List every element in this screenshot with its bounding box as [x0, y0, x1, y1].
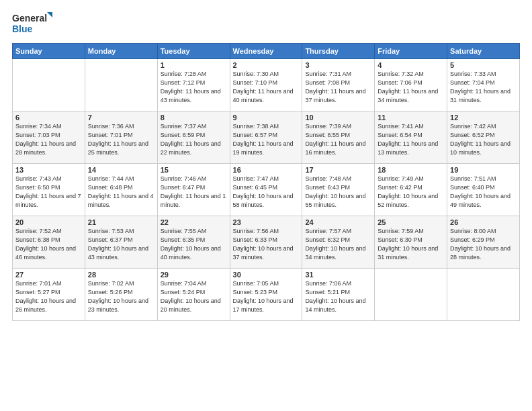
week-row-2: 6Sunrise: 7:34 AM Sunset: 7:03 PM Daylig…: [13, 111, 520, 164]
header-cell-tuesday: Tuesday: [157, 44, 230, 59]
svg-marker-2: [47, 12, 52, 19]
calendar-cell: 23Sunrise: 7:56 AM Sunset: 6:33 PM Dayli…: [230, 216, 302, 269]
calendar-cell: 16Sunrise: 7:47 AM Sunset: 6:45 PM Dayli…: [230, 164, 302, 216]
calendar-cell: 15Sunrise: 7:46 AM Sunset: 6:47 PM Dayli…: [157, 164, 230, 216]
day-number: 27: [15, 271, 82, 279]
day-number: 2: [233, 61, 300, 69]
svg-text:General: General: [12, 13, 47, 24]
calendar-cell: 18Sunrise: 7:49 AM Sunset: 6:42 PM Dayli…: [375, 164, 447, 216]
week-row-1: 1Sunrise: 7:28 AM Sunset: 7:12 PM Daylig…: [13, 59, 520, 111]
day-info: Sunrise: 7:43 AM Sunset: 6:50 PM Dayligh…: [15, 175, 82, 210]
calendar-cell: 12Sunrise: 7:42 AM Sunset: 6:52 PM Dayli…: [447, 111, 520, 164]
day-number: 30: [233, 271, 300, 279]
calendar-cell: 31Sunrise: 7:06 AM Sunset: 5:21 PM Dayli…: [302, 269, 375, 321]
calendar-cell: 10Sunrise: 7:39 AM Sunset: 6:55 PM Dayli…: [302, 111, 375, 164]
day-number: 31: [305, 271, 371, 279]
day-number: 11: [378, 113, 444, 122]
calendar-cell: 2Sunrise: 7:30 AM Sunset: 7:10 PM Daylig…: [230, 59, 302, 111]
day-info: Sunrise: 7:57 AM Sunset: 6:32 PM Dayligh…: [305, 227, 371, 262]
calendar-cell: [447, 269, 520, 321]
week-row-5: 27Sunrise: 7:01 AM Sunset: 5:27 PM Dayli…: [13, 269, 520, 321]
day-number: 21: [88, 218, 154, 226]
day-number: 8: [161, 113, 227, 122]
day-info: Sunrise: 7:42 AM Sunset: 6:52 PM Dayligh…: [450, 122, 517, 157]
day-number: 14: [88, 166, 154, 174]
day-info: Sunrise: 7:31 AM Sunset: 7:08 PM Dayligh…: [305, 70, 371, 105]
calendar-cell: 5Sunrise: 7:33 AM Sunset: 7:04 PM Daylig…: [447, 59, 520, 111]
calendar-table: SundayMondayTuesdayWednesdayThursdayFrid…: [12, 43, 520, 321]
calendar-cell: 26Sunrise: 8:00 AM Sunset: 6:29 PM Dayli…: [447, 216, 520, 269]
day-number: 18: [378, 166, 444, 174]
day-info: Sunrise: 7:06 AM Sunset: 5:21 PM Dayligh…: [305, 279, 371, 314]
calendar-cell: 28Sunrise: 7:02 AM Sunset: 5:26 PM Dayli…: [85, 269, 157, 321]
day-info: Sunrise: 7:36 AM Sunset: 7:01 PM Dayligh…: [88, 122, 154, 157]
header-row: SundayMondayTuesdayWednesdayThursdayFrid…: [13, 44, 520, 59]
header-cell-thursday: Thursday: [302, 44, 375, 59]
calendar-cell: 11Sunrise: 7:41 AM Sunset: 6:54 PM Dayli…: [375, 111, 447, 164]
calendar-cell: 30Sunrise: 7:05 AM Sunset: 5:23 PM Dayli…: [230, 269, 302, 321]
day-number: 15: [161, 166, 227, 174]
day-info: Sunrise: 7:47 AM Sunset: 6:45 PM Dayligh…: [233, 175, 300, 210]
day-info: Sunrise: 7:28 AM Sunset: 7:12 PM Dayligh…: [161, 70, 227, 105]
day-info: Sunrise: 7:37 AM Sunset: 6:59 PM Dayligh…: [161, 122, 227, 157]
calendar-cell: 17Sunrise: 7:48 AM Sunset: 6:43 PM Dayli…: [302, 164, 375, 216]
day-info: Sunrise: 7:48 AM Sunset: 6:43 PM Dayligh…: [305, 175, 371, 210]
day-number: 1: [161, 61, 227, 69]
day-info: Sunrise: 7:41 AM Sunset: 6:54 PM Dayligh…: [378, 122, 444, 157]
day-info: Sunrise: 7:46 AM Sunset: 6:47 PM Dayligh…: [161, 175, 227, 210]
header: General Blue: [12, 11, 520, 36]
calendar-cell: 24Sunrise: 7:57 AM Sunset: 6:32 PM Dayli…: [302, 216, 375, 269]
day-info: Sunrise: 7:55 AM Sunset: 6:35 PM Dayligh…: [161, 227, 227, 262]
calendar-cell: 22Sunrise: 7:55 AM Sunset: 6:35 PM Dayli…: [157, 216, 230, 269]
day-number: 4: [378, 61, 444, 69]
header-cell-wednesday: Wednesday: [230, 44, 302, 59]
day-number: 25: [378, 218, 444, 226]
day-number: 16: [233, 166, 300, 174]
day-info: Sunrise: 7:53 AM Sunset: 6:37 PM Dayligh…: [88, 227, 154, 262]
calendar-cell: 19Sunrise: 7:51 AM Sunset: 6:40 PM Dayli…: [447, 164, 520, 216]
day-number: 9: [233, 113, 300, 122]
day-number: 29: [161, 271, 227, 279]
day-info: Sunrise: 7:49 AM Sunset: 6:42 PM Dayligh…: [378, 175, 444, 210]
day-info: Sunrise: 7:05 AM Sunset: 5:23 PM Dayligh…: [233, 279, 300, 314]
day-number: 26: [450, 218, 517, 226]
calendar-cell: 29Sunrise: 7:04 AM Sunset: 5:24 PM Dayli…: [157, 269, 230, 321]
calendar-cell: 6Sunrise: 7:34 AM Sunset: 7:03 PM Daylig…: [13, 111, 85, 164]
day-number: 22: [161, 218, 227, 226]
calendar-cell: 25Sunrise: 7:59 AM Sunset: 6:30 PM Dayli…: [375, 216, 447, 269]
day-info: Sunrise: 7:39 AM Sunset: 6:55 PM Dayligh…: [305, 122, 371, 157]
calendar-cell: [13, 59, 85, 111]
calendar-cell: 8Sunrise: 7:37 AM Sunset: 6:59 PM Daylig…: [157, 111, 230, 164]
day-number: 19: [450, 166, 517, 174]
day-info: Sunrise: 7:56 AM Sunset: 6:33 PM Dayligh…: [233, 227, 300, 262]
day-number: 10: [305, 113, 371, 122]
calendar-cell: 3Sunrise: 7:31 AM Sunset: 7:08 PM Daylig…: [302, 59, 375, 111]
calendar-cell: [85, 59, 157, 111]
calendar-cell: 7Sunrise: 7:36 AM Sunset: 7:01 PM Daylig…: [85, 111, 157, 164]
day-info: Sunrise: 7:04 AM Sunset: 5:24 PM Dayligh…: [161, 279, 227, 314]
day-info: Sunrise: 7:32 AM Sunset: 7:06 PM Dayligh…: [378, 70, 444, 105]
calendar-cell: 9Sunrise: 7:38 AM Sunset: 6:57 PM Daylig…: [230, 111, 302, 164]
day-info: Sunrise: 7:38 AM Sunset: 6:57 PM Dayligh…: [233, 122, 300, 157]
day-info: Sunrise: 7:44 AM Sunset: 6:48 PM Dayligh…: [88, 175, 154, 210]
day-number: 5: [450, 61, 517, 69]
day-info: Sunrise: 7:34 AM Sunset: 7:03 PM Dayligh…: [15, 122, 82, 157]
day-number: 23: [233, 218, 300, 226]
week-row-3: 13Sunrise: 7:43 AM Sunset: 6:50 PM Dayli…: [13, 164, 520, 216]
logo: General Blue: [12, 11, 52, 36]
day-info: Sunrise: 7:59 AM Sunset: 6:30 PM Dayligh…: [378, 227, 444, 262]
calendar-cell: 13Sunrise: 7:43 AM Sunset: 6:50 PM Dayli…: [13, 164, 85, 216]
day-info: Sunrise: 7:33 AM Sunset: 7:04 PM Dayligh…: [450, 70, 517, 105]
calendar-cell: 27Sunrise: 7:01 AM Sunset: 5:27 PM Dayli…: [13, 269, 85, 321]
day-number: 28: [88, 271, 154, 279]
header-cell-sunday: Sunday: [13, 44, 85, 59]
header-cell-monday: Monday: [85, 44, 157, 59]
calendar-cell: 14Sunrise: 7:44 AM Sunset: 6:48 PM Dayli…: [85, 164, 157, 216]
day-info: Sunrise: 7:30 AM Sunset: 7:10 PM Dayligh…: [233, 70, 300, 105]
week-row-4: 20Sunrise: 7:52 AM Sunset: 6:38 PM Dayli…: [13, 216, 520, 269]
header-cell-saturday: Saturday: [447, 44, 520, 59]
calendar-cell: 4Sunrise: 7:32 AM Sunset: 7:06 PM Daylig…: [375, 59, 447, 111]
day-number: 13: [15, 166, 82, 174]
calendar-cell: 21Sunrise: 7:53 AM Sunset: 6:37 PM Dayli…: [85, 216, 157, 269]
svg-text:Blue: Blue: [12, 24, 33, 34]
